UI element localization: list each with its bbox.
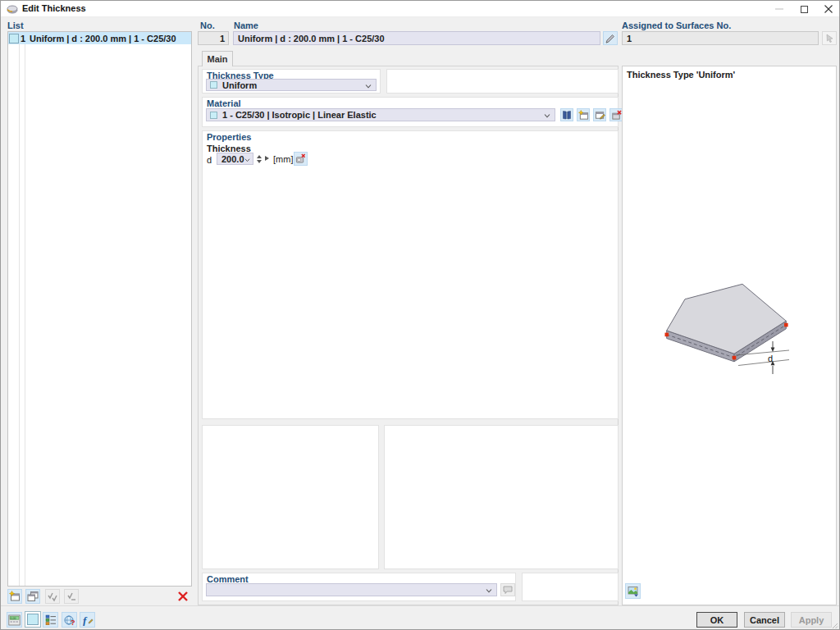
thickness-color-swatch-icon [9, 34, 19, 43]
title-bar: Edit Thickness [1, 1, 839, 17]
material-color-swatch-icon [210, 112, 217, 119]
select-surfaces-button[interactable] [822, 31, 837, 45]
delete-material-button[interactable] [609, 108, 623, 121]
material-label: Material [207, 98, 241, 108]
d-value-stepper[interactable] [255, 153, 263, 165]
remove-parameter-icon [295, 153, 306, 164]
no-label: No. [200, 21, 215, 30]
thickness-type-value: Uniform [222, 80, 257, 90]
corner-node-icon [784, 323, 788, 327]
select-all-button[interactable] [45, 589, 60, 604]
globe-help-icon: ? [64, 614, 75, 626]
preview-title: Thickness Type 'Uniform' [627, 70, 735, 80]
new-item-icon [578, 110, 589, 121]
stepper-down-icon [257, 160, 262, 163]
material-value: 1 - C25/30 | Isotropic | Linear Elastic [222, 110, 377, 120]
comment-templates-button[interactable] [500, 583, 515, 596]
delete-thickness-button[interactable] [176, 589, 190, 604]
edit-formula-button[interactable]: f [80, 612, 95, 628]
deselect-all-button[interactable] [64, 589, 79, 604]
empty-bottom-panel [522, 573, 619, 601]
ok-button[interactable]: OK [696, 612, 737, 628]
apply-button[interactable]: Apply [791, 612, 832, 628]
new-material-button[interactable] [577, 108, 590, 121]
chevron-down-icon [544, 110, 550, 120]
preview-panel: Thickness Type 'Uniform' d [622, 66, 837, 605]
thickness-type-select[interactable]: Uniform [206, 79, 377, 91]
thickness-preview-graphic: d [648, 273, 822, 390]
list-item-label: Uniform | d : 200.0 mm | 1 - C25/30 [30, 34, 176, 43]
list-label: List [7, 21, 24, 30]
dimension-label: d [768, 354, 773, 363]
deselect-icon [66, 591, 77, 602]
name-field[interactable]: Uniform | d : 200.0 mm | 1 - C25/30 [233, 31, 600, 45]
chevron-down-icon [365, 80, 372, 90]
units-calculator-icon: 0,00 [8, 614, 21, 626]
footer-divider [1, 605, 840, 606]
window-title: Edit Thickness [22, 3, 86, 13]
properties-panel: Properties Thickness d [202, 130, 619, 419]
display-properties-button[interactable] [43, 612, 58, 628]
copy-thickness-button[interactable] [25, 589, 40, 604]
color-swatch-icon [27, 614, 39, 625]
thickness-list[interactable]: 1 Uniform | d : 200.0 mm | 1 - C25/30 [7, 31, 192, 587]
edit-thickness-dialog: Edit Thickness List 1 Uniform | d : 200.… [0, 0, 840, 630]
comment-bubble-icon [503, 586, 513, 595]
tab-main[interactable]: Main [202, 51, 233, 66]
empty-lower-left-panel [202, 425, 379, 569]
formula-icon: f [82, 614, 94, 626]
picture-icon [628, 586, 639, 597]
material-library-button[interactable] [560, 108, 573, 121]
pencil-icon [605, 34, 615, 43]
units-settings-button[interactable]: 0,00 [7, 612, 22, 628]
app-icon [7, 3, 18, 15]
copy-icon [27, 591, 39, 602]
property-list-icon [45, 614, 57, 625]
library-book-icon [562, 110, 572, 120]
list-column-divider [25, 32, 25, 586]
svg-text:f: f [83, 614, 88, 626]
edit-material-button[interactable] [593, 108, 606, 121]
online-help-button[interactable]: ? [62, 612, 77, 628]
stepper-up-icon [257, 155, 262, 158]
list-item-number: 1 [19, 34, 27, 43]
d-parameter-label: d [207, 155, 212, 165]
d-expand-arrow[interactable] [265, 156, 269, 161]
corner-node-icon [733, 356, 737, 360]
thickness-options-button[interactable] [294, 152, 308, 166]
close-icon [824, 5, 833, 13]
rename-button[interactable] [603, 31, 618, 45]
list-item[interactable]: 1 Uniform | d : 200.0 mm | 1 - C25/30 [8, 32, 191, 44]
comment-input[interactable] [206, 583, 497, 596]
maximize-button[interactable] [792, 1, 816, 17]
d-value: 200.0 [221, 154, 244, 164]
svg-text:0,00: 0,00 [11, 616, 16, 619]
type-color-swatch-icon [210, 81, 217, 89]
new-item-icon [9, 591, 21, 602]
arrow-right-icon [265, 156, 269, 161]
select-all-icon [48, 591, 58, 602]
empty-top-panel [386, 69, 619, 94]
delete-x-icon [178, 591, 188, 601]
close-button[interactable] [816, 1, 840, 17]
chevron-down-icon [486, 585, 492, 595]
name-label: Name [234, 21, 258, 30]
corner-node-icon [665, 333, 669, 337]
delete-item-icon [611, 110, 622, 121]
resize-grip[interactable] [831, 622, 838, 629]
assigned-surfaces-label: Assigned to Surfaces No. [622, 21, 731, 30]
no-field: 1 [198, 31, 229, 45]
cancel-button[interactable]: Cancel [744, 612, 785, 628]
minimize-button[interactable] [767, 1, 792, 17]
minimize-icon [775, 5, 783, 13]
list-column-divider [19, 32, 20, 586]
new-thickness-button[interactable] [7, 589, 22, 604]
edit-item-icon [595, 110, 605, 121]
maximize-icon [801, 6, 808, 13]
thickness-color-button[interactable] [25, 611, 41, 628]
save-picture-button[interactable] [625, 583, 641, 599]
d-value-combo[interactable]: 200.0 [217, 153, 253, 165]
material-select[interactable]: 1 - C25/30 | Isotropic | Linear Elastic [206, 108, 555, 121]
d-unit-label: [mm] [273, 154, 293, 164]
chevron-down-icon [244, 154, 250, 164]
